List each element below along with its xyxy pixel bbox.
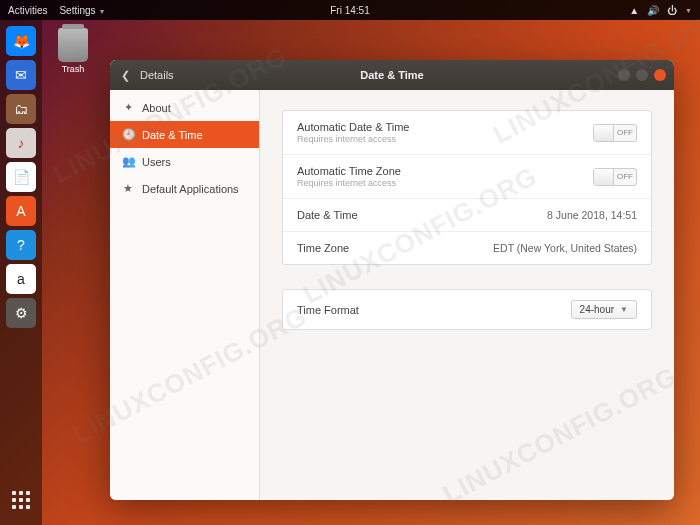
trash-label: Trash (58, 64, 88, 74)
section-title: Details (140, 69, 174, 81)
format-panel: Time Format 24-hour ▼ (282, 289, 652, 330)
chevron-down-icon: ▼ (98, 8, 105, 15)
back-button[interactable]: ❮ (110, 69, 140, 82)
row-timezone[interactable]: Time Zone EDT (New York, United States) (283, 232, 651, 264)
chevron-down-icon: ▼ (685, 7, 692, 14)
ubuntu-dock: 🦊 ✉ 🗂 ♪ 📄 A ? a ⚙ (0, 20, 42, 525)
time-format-dropdown[interactable]: 24-hour ▼ (571, 300, 637, 319)
row-label: Time Format (297, 304, 359, 316)
clock[interactable]: Fri 14:51 (330, 5, 369, 16)
sidebar-item-users[interactable]: 👥 Users (110, 148, 259, 175)
sidebar-item-label: About (142, 102, 171, 114)
row-auto-datetime[interactable]: Automatic Date & Time Requires internet … (283, 111, 651, 155)
datetime-panel: Automatic Date & Time Requires internet … (282, 110, 652, 265)
sidebar-item-datetime[interactable]: 🕘 Date & Time (110, 121, 259, 148)
chevron-down-icon: ▼ (620, 305, 628, 314)
row-label: Time Zone (297, 242, 349, 254)
sidebar-item-default-apps[interactable]: ★ Default Applications (110, 175, 259, 202)
switch-knob (594, 125, 614, 141)
sidebar-item-about[interactable]: ✦ About (110, 94, 259, 121)
row-datetime[interactable]: Date & Time 8 June 2018, 14:51 (283, 199, 651, 232)
show-applications-button[interactable] (6, 485, 36, 515)
datetime-value: 8 June 2018, 14:51 (547, 209, 637, 221)
trash-icon (58, 28, 88, 62)
app-menu[interactable]: Settings ▼ (59, 5, 105, 16)
rhythmbox-icon[interactable]: ♪ (6, 128, 36, 158)
switch-state: OFF (614, 172, 636, 181)
help-icon[interactable]: ? (6, 230, 36, 260)
switch-knob (594, 169, 614, 185)
settings-window: ❮ Details Date & Time ✦ About 🕘 Date & T… (110, 60, 674, 500)
thunderbird-icon[interactable]: ✉ (6, 60, 36, 90)
row-sublabel: Requires internet access (297, 178, 401, 188)
row-time-format: Time Format 24-hour ▼ (283, 290, 651, 329)
titlebar[interactable]: ❮ Details Date & Time (110, 60, 674, 90)
firefox-icon[interactable]: 🦊 (6, 26, 36, 56)
row-sublabel: Requires internet access (297, 134, 410, 144)
row-label: Date & Time (297, 209, 358, 221)
users-icon: 👥 (122, 155, 134, 168)
sidebar: ✦ About 🕘 Date & Time 👥 Users ★ Default … (110, 90, 260, 500)
network-icon: ▲ (629, 5, 639, 16)
gnome-topbar: Activities Settings ▼ Fri 14:51 ▲ 🔊 ⏻ ▼ (0, 0, 700, 20)
about-icon: ✦ (122, 101, 134, 114)
switch-state: OFF (614, 128, 636, 137)
sidebar-item-label: Default Applications (142, 183, 239, 195)
timezone-value: EDT (New York, United States) (493, 242, 637, 254)
content-area: Automatic Date & Time Requires internet … (260, 90, 674, 500)
files-icon[interactable]: 🗂 (6, 94, 36, 124)
volume-icon: 🔊 (647, 5, 659, 16)
auto-datetime-switch[interactable]: OFF (593, 124, 637, 142)
auto-timezone-switch[interactable]: OFF (593, 168, 637, 186)
system-status-area[interactable]: ▲ 🔊 ⏻ ▼ (629, 5, 692, 16)
row-label: Automatic Date & Time (297, 121, 410, 133)
close-button[interactable] (654, 69, 666, 81)
maximize-button[interactable] (636, 69, 648, 81)
settings-icon[interactable]: ⚙ (6, 298, 36, 328)
row-label: Automatic Time Zone (297, 165, 401, 177)
activities-button[interactable]: Activities (8, 5, 47, 16)
software-icon[interactable]: A (6, 196, 36, 226)
desktop-trash[interactable]: Trash (58, 28, 88, 74)
minimize-button[interactable] (618, 69, 630, 81)
sidebar-item-label: Users (142, 156, 171, 168)
star-icon: ★ (122, 182, 134, 195)
page-title: Date & Time (360, 69, 423, 81)
power-icon: ⏻ (667, 5, 677, 16)
writer-icon[interactable]: 📄 (6, 162, 36, 192)
clock-icon: 🕘 (122, 128, 134, 141)
amazon-icon[interactable]: a (6, 264, 36, 294)
sidebar-item-label: Date & Time (142, 129, 203, 141)
row-auto-timezone[interactable]: Automatic Time Zone Requires internet ac… (283, 155, 651, 199)
dropdown-value: 24-hour (580, 304, 614, 315)
